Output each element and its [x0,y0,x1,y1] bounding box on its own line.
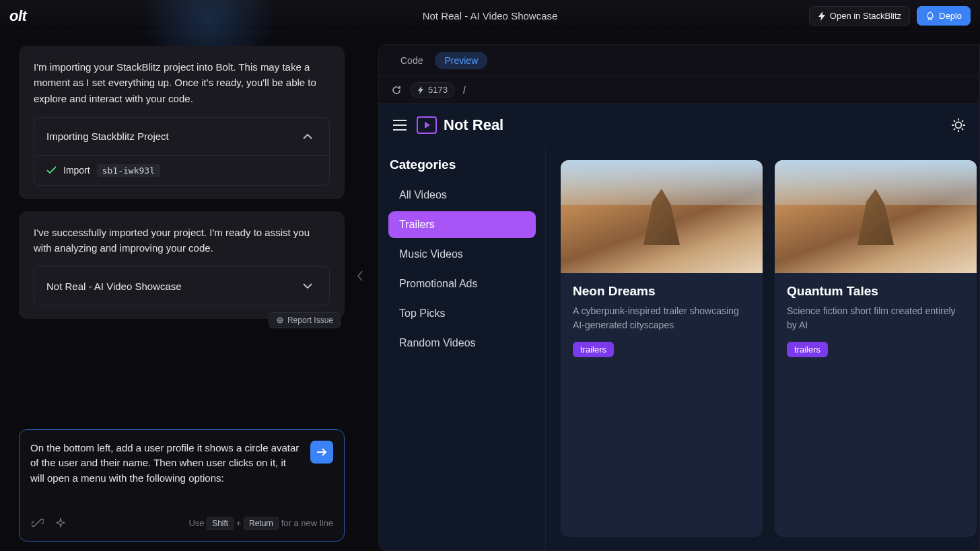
import-card-title: Importing Stackblitz Project [46,131,169,142]
chevron-left-icon [357,270,363,281]
port-number: 5173 [428,85,448,95]
category-all-videos[interactable]: All Videos [388,182,536,209]
import-code: sb1-iwk93l [97,164,160,177]
video-card[interactable]: Neon Dreams A cyberpunk-inspired trailer… [561,160,763,537]
video-thumbnail [561,160,763,273]
port-chip[interactable]: 5173 [410,82,455,98]
deploy-label: Deplo [939,11,962,21]
category-top-picks[interactable]: Top Picks [388,300,536,327]
top-bar: olt Not Real - AI Video Showcase Open in… [0,0,980,32]
chevron-down-icon[interactable] [298,277,317,295]
import-card-header[interactable]: Importing Stackblitz Project [34,118,329,156]
check-icon [46,166,57,174]
input-hint: Use Shift + Return for a new line [188,518,333,528]
reload-icon [391,85,402,96]
top-actions: Open in StackBlitz Deplo [809,6,971,26]
video-description: Science fiction short film created entir… [787,304,965,332]
bolt-icon [417,86,424,94]
svg-point-1 [956,122,962,128]
chat-input-text[interactable]: On the bottom left, add a user profile i… [30,441,302,486]
category-random-videos[interactable]: Random Videos [388,330,536,357]
bolt-icon [818,11,826,21]
link-icon[interactable] [30,515,45,530]
video-description: A cyberpunk-inspired trailer showcasing … [573,304,750,332]
import-card-body: Import sb1-iwk93l [34,156,329,185]
reload-button[interactable] [391,85,402,96]
preview-tabs: Code Preview [379,45,979,76]
collapse-panel-button[interactable] [357,270,363,281]
app-name: Not Real [444,116,503,134]
chat-input[interactable]: On the bottom left, add a user profile i… [19,429,345,542]
import-card: Importing Stackblitz Project Import sb1-… [34,117,330,186]
tab-code[interactable]: Code [391,52,432,69]
video-tag[interactable]: trailers [787,342,828,357]
sparkle-icon[interactable] [53,515,68,530]
assistant-message-2: I've successfully imported your project.… [19,211,345,320]
url-path[interactable]: / [463,85,466,96]
message-text: I'm importing your StackBlitz project in… [34,59,330,106]
preview-column: Code Preview 5173 / [354,32,980,551]
tab-preview[interactable]: Preview [435,52,487,69]
video-title: Quantum Tales [787,284,965,299]
input-footer: Use Shift + Return for a new line [30,515,333,530]
return-key: Return [244,517,279,530]
video-card[interactable]: Quantum Tales Science fiction short film… [775,160,977,537]
video-thumbnail [775,160,977,273]
categories-heading: Categories [388,157,536,172]
project-card: Not Real - AI Video Showcase [34,266,330,305]
deploy-button[interactable]: Deplo [917,6,971,26]
category-promotional-ads[interactable]: Promotional Ads [388,270,536,297]
shift-key: Shift [207,517,234,530]
project-card-header[interactable]: Not Real - AI Video Showcase [34,267,329,305]
theme-toggle-button[interactable] [951,118,966,133]
address-bar: 5173 / [379,76,979,104]
video-grid: Neon Dreams A cyberpunk-inspired trailer… [546,147,979,550]
preview-frame: Code Preview 5173 / [378,44,980,551]
menu-button[interactable] [392,119,407,131]
report-issue-button[interactable]: Report Issue [269,312,341,328]
sun-icon [951,118,966,133]
page-title: Not Real - AI Video Showcase [423,10,558,22]
category-music-videos[interactable]: Music Videos [388,241,536,268]
bug-icon [276,316,284,324]
open-stackblitz-button[interactable]: Open in StackBlitz [809,6,910,26]
import-label: Import [63,165,90,176]
app-body: Categories All Videos Trailers Music Vid… [379,147,979,550]
arrow-right-icon [316,447,327,457]
categories-sidebar: Categories All Videos Trailers Music Vid… [379,147,546,550]
chevron-up-icon[interactable] [298,127,317,146]
message-text: I've successfully imported your project.… [34,225,330,256]
bolt-logo: olt [9,7,26,25]
app-logo: Not Real [417,116,503,134]
app-logo-icon [417,116,437,134]
chat-column: I'm importing your StackBlitz project in… [0,32,354,551]
menu-icon [392,119,407,131]
project-card-title: Not Real - AI Video Showcase [46,281,182,292]
rocket-icon [925,11,935,21]
video-title: Neon Dreams [573,284,750,299]
report-issue-label: Report Issue [287,316,333,325]
category-trailers[interactable]: Trailers [388,211,536,238]
app-header: Not Real [379,104,979,147]
main-area: I'm importing your StackBlitz project in… [0,32,980,551]
assistant-message-1: I'm importing your StackBlitz project in… [19,46,345,199]
open-stackblitz-label: Open in StackBlitz [830,11,901,21]
send-button[interactable] [310,441,333,464]
video-tag[interactable]: trailers [573,342,614,357]
app-preview: Not Real Categories All Videos Trailers … [379,104,979,550]
